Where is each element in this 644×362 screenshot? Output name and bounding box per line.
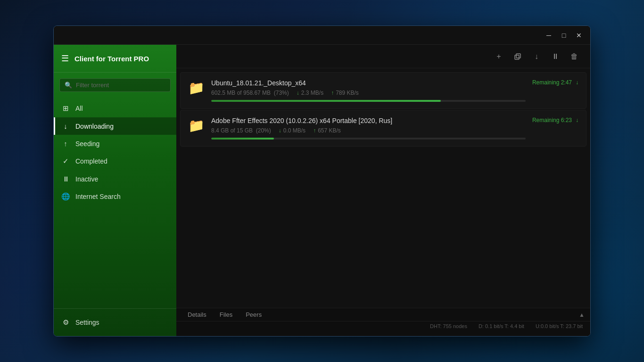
torrent-name: Adobe Ffter Effects 2020 (10.0.2.26) x64…	[211, 117, 526, 124]
torrent-size: 602.5 MB of 958.67 MB (73%)	[211, 90, 289, 96]
sidebar-item-inactive-label: Inactive	[75, 175, 98, 183]
dht-status: DHT: 755 nodes	[430, 323, 467, 329]
upload-status: U:0.0 bit/s T: 23.7 bit	[536, 323, 583, 329]
completed-icon: ✓	[61, 157, 70, 165]
bottom-tabs: Details Files Peers ▲	[176, 308, 590, 321]
settings-label: Settings	[75, 319, 99, 326]
status-bar: DHT: 755 nodes D: 0.1 bit/s T: 4.4 bit U…	[176, 321, 590, 331]
title-bar: ─ □ ✕	[54, 26, 590, 45]
torrent-item[interactable]: 📁 Ubuntu_18.01.21._Desktop_x64 602.5 MB …	[180, 72, 586, 109]
maximize-button[interactable]: □	[556, 28, 571, 43]
sidebar-item-completed-label: Completed	[75, 157, 107, 165]
torrent-list: 📁 Ubuntu_18.01.21._Desktop_x64 602.5 MB …	[176, 68, 590, 308]
content-area: + ↓ ⏸ 🗑 📁 Ubuntu_	[176, 45, 590, 336]
upload-speed: ↑ 789 KB/s	[331, 90, 359, 96]
add-torrent-button[interactable]: +	[490, 48, 507, 65]
app-window: ─ □ ✕ ☰ Client for Torrent PRO 🔍 ⊞ All ↓	[53, 25, 591, 337]
sidebar-item-seeding-label: Seeding	[75, 140, 99, 148]
torrent-name: Ubuntu_18.01.21._Desktop_x64	[211, 79, 526, 87]
search-input[interactable]	[76, 82, 165, 89]
torrent-item[interactable]: 📁 Adobe Ffter Effects 2020 (10.0.2.26) x…	[180, 110, 586, 147]
folder-icon: 📁	[188, 118, 205, 133]
torrent-remaining: Remaining 6:23 ↓	[532, 117, 578, 123]
svg-rect-1	[516, 54, 520, 58]
settings-item[interactable]: ⚙ Settings	[61, 316, 169, 329]
sidebar-item-downloading[interactable]: ↓ Downloading	[54, 117, 176, 135]
copy-magnet-button[interactable]	[509, 48, 526, 65]
seeding-icon: ↑	[61, 140, 70, 148]
folder-icon: 📁	[188, 80, 205, 96]
search-bar[interactable]: 🔍	[59, 78, 171, 92]
tab-details[interactable]: Details	[182, 308, 212, 321]
toolbar: + ↓ ⏸ 🗑	[176, 45, 590, 68]
collapse-icon[interactable]: ▲	[579, 312, 585, 318]
torrent-size: 8.4 GB of 15 GB (20%)	[211, 127, 271, 134]
sidebar: ☰ Client for Torrent PRO 🔍 ⊞ All ↓ Downl…	[54, 45, 176, 336]
sidebar-item-inactive[interactable]: ⏸ Inactive	[54, 170, 176, 188]
sidebar-item-internet-search-label: Internet Search	[75, 193, 121, 200]
progress-bar	[211, 138, 526, 140]
torrent-info: Adobe Ffter Effects 2020 (10.0.2.26) x64…	[211, 117, 526, 140]
sidebar-item-completed[interactable]: ✓ Completed	[54, 152, 176, 170]
torrent-stats: 602.5 MB of 958.67 MB (73%) ↓ 2.3 MB/s ↑…	[211, 90, 526, 96]
minimize-button[interactable]: ─	[541, 28, 556, 43]
sidebar-item-seeding[interactable]: ↑ Seeding	[54, 135, 176, 152]
progress-fill	[211, 138, 274, 140]
search-icon: 🔍	[65, 82, 72, 89]
sidebar-footer: ⚙ Settings	[54, 308, 176, 336]
torrent-info: Ubuntu_18.01.21._Desktop_x64 602.5 MB of…	[211, 79, 526, 102]
menu-icon[interactable]: ☰	[61, 53, 69, 64]
nav-items: ⊞ All ↓ Downloading ↑ Seeding ✓ Complete…	[54, 98, 176, 308]
sidebar-item-internet-search[interactable]: 🌐 Internet Search	[54, 188, 176, 206]
sidebar-item-downloading-label: Downloading	[75, 123, 114, 130]
torrent-stats: 8.4 GB of 15 GB (20%) ↓ 0.0 MB/s ↑ 657 K…	[211, 127, 526, 134]
sidebar-item-all-label: All	[75, 105, 83, 112]
download-speed: ↓ 2.3 MB/s	[297, 90, 323, 96]
close-button[interactable]: ✕	[571, 28, 586, 43]
pause-button[interactable]: ⏸	[547, 48, 564, 65]
upload-speed: ↑ 657 KB/s	[313, 127, 341, 134]
torrent-row: 📁 Adobe Ffter Effects 2020 (10.0.2.26) x…	[188, 117, 578, 140]
progress-fill	[211, 100, 441, 102]
inactive-icon: ⏸	[61, 175, 70, 183]
internet-search-icon: 🌐	[61, 192, 70, 201]
main-layout: ☰ Client for Torrent PRO 🔍 ⊞ All ↓ Downl…	[54, 45, 590, 336]
tab-peers[interactable]: Peers	[240, 308, 267, 321]
download-status: D: 0.1 bit/s T: 4.4 bit	[479, 323, 524, 329]
sidebar-header: ☰ Client for Torrent PRO	[54, 45, 176, 73]
svg-rect-0	[515, 55, 519, 59]
sidebar-item-all[interactable]: ⊞ All	[54, 99, 176, 117]
bottom-panel: Details Files Peers ▲ DHT: 755 nodes D: …	[176, 308, 590, 336]
download-icon: ↓	[576, 79, 578, 86]
torrent-remaining: Remaining 2:47 ↓	[532, 79, 578, 86]
downloading-icon: ↓	[61, 122, 70, 130]
progress-bar	[211, 100, 526, 102]
delete-button[interactable]: 🗑	[566, 48, 583, 65]
download-icon: ↓	[576, 117, 578, 123]
app-title: Client for Torrent PRO	[74, 55, 149, 63]
download-speed: ↓ 0.0 MB/s	[279, 127, 305, 134]
torrent-row: 📁 Ubuntu_18.01.21._Desktop_x64 602.5 MB …	[188, 79, 578, 102]
resume-button[interactable]: ↓	[528, 48, 545, 65]
settings-icon: ⚙	[61, 318, 70, 327]
all-icon: ⊞	[61, 104, 70, 113]
tab-files[interactable]: Files	[214, 308, 238, 321]
